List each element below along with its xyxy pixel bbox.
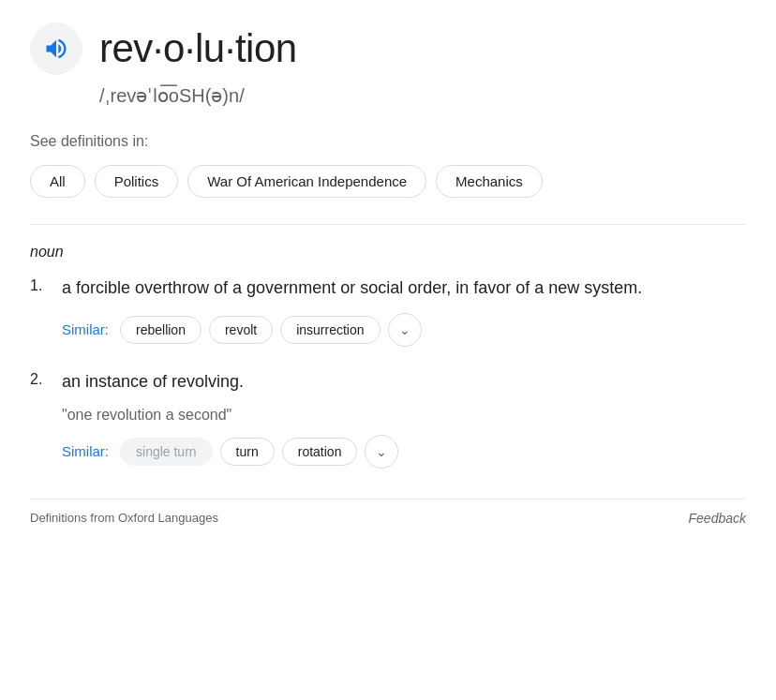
pronunciation: /ˌrevəˈlo͞oSH(ə)n/ [99, 84, 746, 107]
definition-item-1: 1. a forcible overthrow of a government … [30, 276, 746, 347]
divider [30, 224, 746, 225]
similar-chip-rotation[interactable]: rotation [282, 438, 358, 466]
tag-chip-all[interactable]: All [30, 165, 85, 198]
similar-chip-single-turn[interactable]: single turn [120, 438, 213, 466]
tags-row: All Politics War Of American Independenc… [30, 165, 746, 198]
similar-label-1: Similar: [62, 321, 109, 337]
header-section: rev·o·lu·tion [30, 22, 746, 75]
footer-section: Definitions from Oxford Languages Feedba… [30, 499, 746, 526]
def-text-2: an instance of revolving. [62, 369, 746, 395]
tag-chip-mechanics[interactable]: Mechanics [436, 165, 543, 198]
similar-chip-revolt[interactable]: revolt [209, 316, 273, 344]
def-number-1: 1. [30, 276, 52, 294]
expand-button-2[interactable]: ⌄ [365, 435, 398, 469]
footer-source: Definitions from Oxford Languages [30, 511, 218, 525]
footer-feedback[interactable]: Feedback [689, 511, 746, 526]
word-title: rev·o·lu·tion [99, 26, 297, 71]
tag-chip-war[interactable]: War Of American Independence [187, 165, 426, 198]
part-of-speech: noun [30, 244, 746, 261]
def-content-2: an instance of revolving. "one revolutio… [62, 369, 746, 469]
expand-button-1[interactable]: ⌄ [388, 313, 422, 347]
def-text-1: a forcible overthrow of a government or … [62, 276, 746, 302]
chevron-down-icon-1: ⌄ [399, 322, 410, 337]
similar-chip-turn[interactable]: turn [220, 438, 275, 466]
def-example-2: "one revolution a second" [62, 407, 746, 424]
definitions-list: 1. a forcible overthrow of a government … [30, 276, 746, 469]
speaker-icon [43, 36, 69, 62]
similar-row-2: Similar: single turn turn rotation ⌄ [62, 435, 746, 469]
tag-chip-politics[interactable]: Politics [95, 165, 179, 198]
page-container: rev·o·lu·tion /ˌrevəˈlo͞oSH(ə)n/ See def… [0, 0, 776, 700]
def-content-1: a forcible overthrow of a government or … [62, 276, 746, 347]
similar-chip-insurrection[interactable]: insurrection [280, 316, 380, 344]
similar-label-2: Similar: [62, 443, 109, 459]
def-number-2: 2. [30, 369, 52, 388]
similar-chip-rebellion[interactable]: rebellion [120, 316, 201, 344]
see-definitions-label: See definitions in: [30, 133, 746, 150]
similar-row-1: Similar: rebellion revolt insurrection ⌄ [62, 313, 746, 347]
chevron-down-icon-2: ⌄ [376, 444, 387, 459]
audio-button[interactable] [30, 22, 82, 75]
definition-item-2: 2. an instance of revolving. "one revolu… [30, 369, 746, 469]
